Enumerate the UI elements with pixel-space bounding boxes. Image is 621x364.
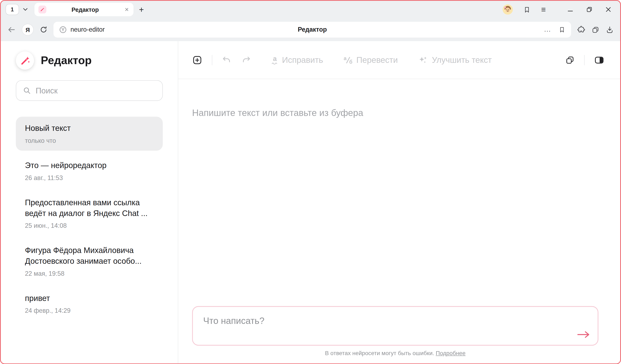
prompt-input[interactable] xyxy=(193,307,598,345)
tabs-chevron-button[interactable] xyxy=(21,4,29,15)
browser-tab-active[interactable]: Редактор × xyxy=(34,3,133,16)
doc-title: Новый текст xyxy=(25,123,154,134)
url-bar-actions: … xyxy=(544,26,566,33)
screenshot-stage: 1 Редактор × + xyxy=(0,0,621,364)
url-text: neuro-editor xyxy=(70,26,105,33)
profile-avatar[interactable] xyxy=(503,4,513,15)
new-document-button[interactable] xyxy=(192,55,203,65)
tab-favicon-wand-icon xyxy=(38,6,46,14)
close-window-icon[interactable] xyxy=(605,6,611,13)
doc-title: Предоставленная вами ссылка ведёт на диа… xyxy=(25,197,154,219)
tab-strip: 1 Редактор × + xyxy=(1,1,620,18)
redo-button[interactable] xyxy=(242,55,251,65)
editor-toolbar: а Исправить аб Перевести xyxy=(178,41,620,79)
back-icon[interactable] xyxy=(7,25,16,34)
app-title: Редактор xyxy=(41,54,92,67)
prompt-area: В ответах нейросети могут быть ошибки. П… xyxy=(192,306,598,356)
send-button[interactable] xyxy=(575,328,591,341)
extensions-puzzle-icon[interactable] xyxy=(577,25,586,34)
search-icon xyxy=(23,86,31,95)
downloads-icon[interactable] xyxy=(605,25,614,34)
site-icon xyxy=(59,26,67,33)
chrome-right-controls: ≡ xyxy=(503,4,616,15)
copy-icon xyxy=(565,55,575,65)
doc-list-item[interactable]: Это — нейроредактор 26 авг., 11:53 xyxy=(16,154,163,188)
restore-icon[interactable] xyxy=(586,6,593,13)
menu-icon[interactable]: ≡ xyxy=(541,5,546,14)
disclaimer-text: В ответах нейросети могут быть ошибки. xyxy=(325,350,434,356)
bookmark-page-icon[interactable] xyxy=(558,26,566,33)
doc-meta: 25 июн., 14:08 xyxy=(25,222,154,229)
undo-icon xyxy=(222,55,231,65)
browser-chrome: 1 Редактор × + xyxy=(1,1,620,41)
tab-title: Редактор xyxy=(50,6,121,13)
doc-list-item[interactable]: Предоставленная вами ссылка ведёт на диа… xyxy=(16,191,163,236)
redo-icon xyxy=(242,55,251,65)
translate-button[interactable]: аб Перевести xyxy=(344,55,398,65)
tab-count: 1 xyxy=(11,6,14,13)
doc-list-item[interactable]: Фигура Фёдора Михайловича Достоевского з… xyxy=(16,239,163,284)
doc-title: Фигура Фёдора Михайловича Достоевского з… xyxy=(25,245,154,267)
new-tab-button[interactable]: + xyxy=(139,5,144,14)
doc-meta: 26 авг., 11:53 xyxy=(25,174,154,181)
editor-pane: а Исправить аб Перевести xyxy=(178,41,620,363)
doc-title: привет xyxy=(25,293,154,304)
panel-toggle-icon xyxy=(594,55,604,65)
browser-window: 1 Редактор × + xyxy=(0,0,621,364)
url-bar[interactable]: neuro-editor Редактор … xyxy=(53,22,571,38)
spellcheck-icon: а xyxy=(272,55,278,64)
doc-list-item[interactable]: привет 24 февр., 14:29 xyxy=(16,287,163,321)
toggle-sidebar-button[interactable] xyxy=(594,55,604,65)
yandex-logo-icon[interactable]: Я xyxy=(22,24,34,35)
chevron-down-icon xyxy=(23,8,28,11)
toolbar-right-group xyxy=(565,55,604,65)
doc-meta: 22 мая, 19:58 xyxy=(25,270,154,277)
document-list: Новый текст только что Это — нейроредакт… xyxy=(1,117,178,321)
toolbar-divider xyxy=(212,55,212,65)
page-content: Редактор Новый текст только что Эт xyxy=(1,41,620,363)
toolbar-divider xyxy=(584,55,585,65)
search-input[interactable] xyxy=(35,86,156,95)
address-bar: Я neuro-editor Ре xyxy=(1,18,620,41)
doc-list-item-selected[interactable]: Новый текст только что xyxy=(16,117,163,151)
reload-icon[interactable] xyxy=(39,26,47,33)
doc-title: Это — нейроредактор xyxy=(25,160,154,171)
sparkles-icon xyxy=(418,55,428,65)
send-arrow-icon xyxy=(577,331,590,338)
search-box[interactable] xyxy=(16,80,163,101)
ai-disclaimer: В ответах нейросети могут быть ошибки. П… xyxy=(192,350,598,356)
tab-close-icon[interactable]: × xyxy=(124,6,130,13)
minimize-icon[interactable] xyxy=(567,6,574,13)
doc-meta: 24 февр., 14:29 xyxy=(25,307,154,314)
copy-button[interactable] xyxy=(565,55,575,65)
doc-meta: только что xyxy=(25,137,154,144)
undo-button[interactable] xyxy=(222,55,231,65)
fix-text-button[interactable]: а Исправить xyxy=(272,55,323,65)
window-controls xyxy=(567,6,615,13)
page-title: Редактор xyxy=(53,26,571,33)
disclaimer-link[interactable]: Подробнее xyxy=(436,350,466,356)
app-logo-row: Редактор xyxy=(1,51,178,70)
app-logo-wand-icon xyxy=(16,51,34,70)
more-icon[interactable]: … xyxy=(544,28,551,31)
translate-icon: аб xyxy=(344,56,352,64)
editor-placeholder: Напишите текст или вставьте из буфера xyxy=(192,108,620,118)
bookmarks-flag-icon[interactable] xyxy=(523,6,531,13)
plus-square-icon xyxy=(192,55,203,65)
prompt-box[interactable] xyxy=(192,306,598,345)
sidebar: Редактор Новый текст только что Эт xyxy=(1,41,178,363)
tab-counter-button[interactable]: 1 xyxy=(6,4,19,15)
side-panels-icon[interactable] xyxy=(591,25,600,34)
improve-text-button[interactable]: Улучшить текст xyxy=(418,55,492,65)
